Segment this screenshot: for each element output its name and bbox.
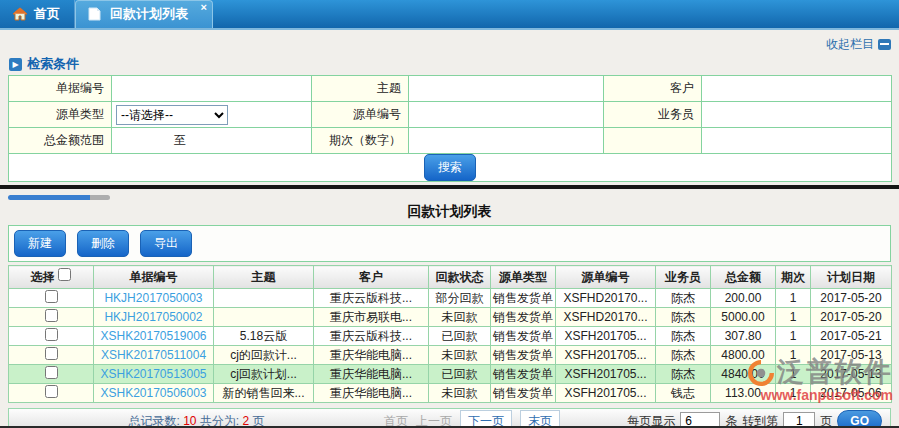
delete-button[interactable]: 删除 [77,230,129,257]
cell-salesman: 钱志 [656,384,711,403]
row-checkbox[interactable] [45,347,58,360]
cell-amount: 113.00 [711,384,776,403]
source-type-select[interactable]: --请选择-- [116,105,228,125]
scrollbar-thumb[interactable] [8,195,90,200]
cell-source-type: 销售发货单 [491,365,556,384]
cell-salesman: 陈杰 [656,365,711,384]
cell-source-no: XSFH201705... [556,384,656,403]
cell-salesman: 陈杰 [656,346,711,365]
search-form: 单据编号 主题 客户 源单类型 --请选择-- 源单编号 业务员 总金额范围 至… [8,75,892,182]
cell-salesman: 陈杰 [656,327,711,346]
collapse-icon[interactable] [878,39,891,50]
list-section: 回款计划列表 新建删除导出 选择 单据编号主题客户回款状态源单类型源单编号业务员… [0,189,899,428]
cell-plan-date: 2017-05-21 [811,327,892,346]
customer-label: 客户 [604,76,702,102]
table-header-row: 选择 单据编号主题客户回款状态源单类型源单编号业务员总金额期次计划日期 [9,266,892,289]
cell-status: 已回款 [429,327,491,346]
horizontal-scrollbar[interactable] [8,195,899,200]
column-header: 回款状态 [429,266,491,289]
cell-customer: 重庆市易联电... [314,308,429,327]
cell-plan-date: 2017-05-13 [811,346,892,365]
column-header: 源单类型 [491,266,556,289]
cell-amount: 307.80 [711,327,776,346]
tab-label: 回款计划列表 [110,5,188,23]
table-row[interactable]: XSHK20170511004cj的回款计...重庆华能电脑...未回款销售发货… [9,346,892,365]
tab-label: 首页 [34,5,60,23]
close-icon[interactable]: × [201,2,207,13]
cell-subject: 5.18云版 [214,327,314,346]
table-row[interactable]: XSHK20170506003新的销售回来...重庆华能电脑...未回款销售发货… [9,384,892,403]
cell-period: 1 [776,346,811,365]
collapse-columns-link[interactable]: 收起栏目 [826,36,874,53]
cell-source-type: 销售发货单 [491,327,556,346]
cell-customer: 重庆云版科技... [314,327,429,346]
column-header: 主题 [214,266,314,289]
arrow-right-icon[interactable]: ▶ [9,58,22,71]
cell-source-type: 销售发货单 [491,289,556,308]
row-checkbox[interactable] [45,309,58,322]
cell-amount: 4800.00 [711,346,776,365]
document-icon [88,7,104,21]
doc-no-input[interactable] [116,79,307,99]
cell-status: 部分回款 [429,289,491,308]
doc-no-link[interactable]: XSHK20170506003 [100,386,206,400]
doc-no-label: 单据编号 [9,76,112,102]
cell-customer: 重庆云版科技... [314,289,429,308]
search-button[interactable]: 搜索 [424,154,476,181]
salesman-input[interactable] [706,105,887,125]
amount-max-input[interactable] [192,131,244,151]
amount-range-label: 总金额范围 [9,128,112,154]
table-row[interactable]: HKJH2017050002重庆市易联电...未回款销售发货单XSFHD2017… [9,308,892,327]
doc-no-link[interactable]: XSHK20170511004 [101,348,206,362]
doc-no-link[interactable]: XSHK20170513005 [100,367,206,381]
select-all-checkbox[interactable] [58,268,71,281]
cell-source-type: 销售发货单 [491,308,556,327]
period-input[interactable] [413,131,599,151]
salesman-label: 业务员 [604,102,702,128]
cell-subject [214,289,314,308]
cell-period: 1 [776,384,811,403]
cell-source-no: XSFH201705... [556,327,656,346]
cell-customer: 重庆华能电脑... [314,384,429,403]
pagination-bar: 总记录数: 10 共分为: 2 页 首页 上一页 下一页 末页 每页显示 条 转… [8,408,891,428]
cell-customer: 重庆华能电脑... [314,365,429,384]
new-button[interactable]: 新建 [14,230,66,257]
row-checkbox[interactable] [45,328,58,341]
empty-input-cell[interactable] [706,131,887,151]
tab-payment-plan-list[interactable]: 回款计划列表× [75,0,213,28]
period-label: 期次（数字） [312,128,409,154]
search-conditions-header: ▶ 检索条件 [9,56,899,72]
panel-topbar: 收起栏目 [0,32,899,56]
cell-source-no: XSFHD20170... [556,289,656,308]
cell-status: 未回款 [429,346,491,365]
cell-period: 1 [776,327,811,346]
table-row[interactable]: XSHK201705190065.18云版重庆云版科技...已回款销售发货单XS… [9,327,892,346]
cell-plan-date: 2017-05-20 [811,308,892,327]
cell-customer: 重庆华能电脑... [314,346,429,365]
table-row[interactable]: HKJH2017050003重庆云版科技...部分回款销售发货单XSFHD201… [9,289,892,308]
amount-min-input[interactable] [116,131,168,151]
subject-input[interactable] [413,79,599,99]
customer-input[interactable] [706,79,887,99]
column-header: 源单编号 [556,266,656,289]
export-button[interactable]: 导出 [140,230,192,257]
cell-subject: cj回款计划... [214,365,314,384]
doc-no-link[interactable]: HKJH2017050002 [104,310,202,324]
cell-period: 1 [776,365,811,384]
cell-status: 未回款 [429,308,491,327]
source-no-input[interactable] [413,105,599,125]
scrollbar-thumb-tail[interactable] [90,195,110,200]
table-row[interactable]: XSHK20170513005cj回款计划...重庆华能电脑...已回款销售发货… [9,365,892,384]
cell-source-no: XSFH201705... [556,365,656,384]
cell-status: 未回款 [429,384,491,403]
payment-plan-page: { "tabbar": { "tabs": [ { "label": "首页",… [0,0,899,428]
cell-amount: 200.00 [711,289,776,308]
row-checkbox[interactable] [45,366,58,379]
doc-no-link[interactable]: HKJH2017050003 [104,291,202,305]
column-header: 选择 [9,266,94,289]
doc-no-link[interactable]: XSHK20170519006 [100,329,206,343]
subject-label: 主题 [312,76,409,102]
tab-home[interactable]: 首页 [0,0,75,28]
row-checkbox[interactable] [45,385,58,398]
row-checkbox[interactable] [45,290,58,303]
